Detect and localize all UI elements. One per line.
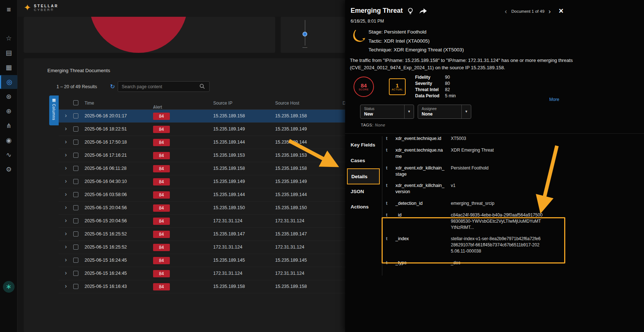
field-value: XDR Emerging Threat <box>451 147 543 153</box>
lightbulb-icon[interactable] <box>407 8 414 15</box>
status-dropdown[interactable]: Status New ▼ <box>360 105 414 119</box>
tab-details[interactable]: Details <box>347 168 380 184</box>
tab-key-fields[interactable]: Key Fields <box>351 142 375 148</box>
network-analysis-icon[interactable]: ⋔ <box>0 119 17 133</box>
tab-json[interactable]: JSON <box>351 189 364 194</box>
field-key: _detection_id <box>395 200 446 207</box>
field-type-icon: t <box>386 165 391 171</box>
row-checkbox[interactable] <box>73 153 78 158</box>
results-count: 1 – 20 of 49 Results <box>56 84 97 89</box>
favorites-icon[interactable]: ☆ <box>0 31 17 45</box>
next-document-icon[interactable]: › <box>549 8 551 15</box>
metrics-list: Fidelity90 Severity80 Threat Intel82 Dat… <box>415 75 456 98</box>
table-row[interactable]: › 2025-06-15 16:16:43 84 15.235.189.158 … <box>59 280 345 293</box>
field-value: c84ac24f-9835-4ebe-b40a-29f0aaf564a91750… <box>451 212 543 230</box>
row-expand-icon[interactable]: › <box>65 230 67 237</box>
row-checkbox[interactable] <box>73 205 78 210</box>
field-type-icon: t <box>386 183 391 188</box>
table-row[interactable]: › 2025-06-15 20:04:56 84 15.235.189.150 … <box>59 202 345 215</box>
row-checkbox[interactable] <box>73 284 78 289</box>
threat-hunting-icon[interactable]: ⊛ <box>0 90 17 103</box>
alert-score-badge: 84 <box>153 283 170 290</box>
row-checkbox[interactable] <box>73 126 78 132</box>
cell-time: 2025-06-16 06:11:28 <box>85 166 126 171</box>
columns-button-label: Columns <box>52 104 56 120</box>
table-row[interactable]: › 2025-06-16 04:30:10 84 15.235.189.149 … <box>59 175 345 188</box>
field-type-icon: t <box>386 212 391 218</box>
col-header-partial[interactable]: D <box>343 101 345 106</box>
row-expand-icon[interactable]: › <box>65 138 67 145</box>
select-all-checkbox[interactable] <box>73 100 78 105</box>
cell-source-host: 15.235.189.149 <box>275 179 307 184</box>
prev-document-icon[interactable]: ‹ <box>505 8 507 15</box>
cell-time: 2025-06-16 04:30:10 <box>85 179 127 184</box>
tab-actions[interactable]: Actions <box>351 204 369 210</box>
table-row[interactable]: › 2025-06-16 17:16:21 84 15.235.189.153 … <box>59 149 345 162</box>
table-row[interactable]: › 2025-06-16 17:50:18 84 15.235.189.144 … <box>59 136 345 149</box>
table-row[interactable]: › 2025-06-15 20:04:56 84 172.31.31.124 1… <box>59 215 345 228</box>
documents-card: Emerging Threat Documents 1 – 20 of 49 R… <box>24 58 345 332</box>
more-link[interactable]: More <box>549 97 559 102</box>
field-key: _type <box>395 260 446 266</box>
reports-icon[interactable]: ∿ <box>0 148 17 162</box>
alert-score-badge: 84 <box>153 231 170 238</box>
cell-source-host: 15.235.189.158 <box>275 113 307 118</box>
row-checkbox[interactable] <box>73 192 78 197</box>
share-arrow-icon[interactable] <box>419 8 428 15</box>
hamburger-menu-icon[interactable]: ≡ <box>0 4 17 15</box>
table-row[interactable]: › 2025-06-16 06:11:28 84 15.235.189.158 … <box>59 162 345 175</box>
row-checkbox[interactable] <box>73 218 78 223</box>
automation-icon[interactable]: ◉ <box>0 133 17 147</box>
table-row[interactable]: › 2025-06-15 16:25:52 84 172.31.31.124 1… <box>59 241 345 254</box>
table-row[interactable]: › 2025-06-15 16:24:45 84 172.31.31.124 1… <box>59 267 345 280</box>
row-expand-icon[interactable]: › <box>65 283 67 289</box>
col-header-source-ip[interactable]: Source IP <box>213 101 233 106</box>
table-row[interactable]: › 2025-06-16 18:22:51 84 15.235.189.149 … <box>59 123 345 136</box>
row-checkbox[interactable] <box>73 113 78 118</box>
col-header-time[interactable]: Time <box>85 101 94 106</box>
table-row[interactable]: › 2025-06-15 16:24:45 84 15.235.189.145 … <box>59 254 345 267</box>
alert-score-badge: 84 <box>153 270 170 277</box>
row-expand-icon[interactable]: › <box>65 165 67 171</box>
row-checkbox[interactable] <box>73 166 78 171</box>
row-expand-icon[interactable]: › <box>65 204 67 211</box>
vertical-slider-knob[interactable] <box>303 32 307 36</box>
row-expand-icon[interactable]: › <box>65 270 67 276</box>
settings-gear-icon[interactable]: ⚙ <box>0 163 17 176</box>
search-input[interactable] <box>118 81 210 92</box>
row-expand-icon[interactable]: › <box>65 178 67 184</box>
table-row[interactable]: › 2025-06-16 20:01:17 84 15.235.189.158 … <box>59 110 345 123</box>
row-expand-icon[interactable]: › <box>65 112 67 119</box>
columns-button[interactable]: ▦ Columns <box>49 95 59 125</box>
assistant-icon[interactable]: ∗ <box>3 281 15 293</box>
table-row[interactable]: › 2025-06-15 16:25:52 84 15.235.189.147 … <box>59 228 345 241</box>
cases-icon[interactable]: ▦ <box>0 60 17 74</box>
field-type-icon: t <box>386 236 391 242</box>
cell-time: 2025-06-15 16:25:52 <box>85 245 127 250</box>
incidents-icon[interactable]: ⊕ <box>0 104 17 118</box>
detections-icon[interactable]: ◎ <box>0 75 17 89</box>
row-expand-icon[interactable]: › <box>65 125 67 132</box>
col-header-source-host[interactable]: Source Host <box>275 101 299 106</box>
row-checkbox[interactable] <box>73 258 78 263</box>
cell-time: 2025-06-15 16:24:45 <box>85 258 127 263</box>
field-key: xdr_event.technique.name <box>395 147 446 160</box>
row-expand-icon[interactable]: › <box>65 152 67 158</box>
dashboards-icon[interactable]: ▤ <box>0 46 17 60</box>
row-expand-icon[interactable]: › <box>65 191 67 198</box>
row-checkbox[interactable] <box>73 271 78 276</box>
tab-cases[interactable]: Cases <box>351 158 365 163</box>
row-expand-icon[interactable]: › <box>65 243 67 250</box>
close-panel-icon[interactable]: × <box>559 6 563 16</box>
cell-source-host: 15.235.189.153 <box>275 153 307 158</box>
cell-source-ip: 172.31.31.124 <box>213 271 242 276</box>
table-row[interactable]: › 2025-06-16 03:58:06 84 15.235.189.144 … <box>59 188 345 202</box>
row-expand-icon[interactable]: › <box>65 257 67 263</box>
refresh-icon[interactable]: ↻ <box>110 83 115 90</box>
assignee-dropdown[interactable]: Assignee None ▼ <box>418 105 471 119</box>
row-checkbox[interactable] <box>73 140 78 145</box>
row-expand-icon[interactable]: › <box>65 217 67 224</box>
row-checkbox[interactable] <box>73 245 78 250</box>
row-checkbox[interactable] <box>73 231 78 237</box>
row-checkbox[interactable] <box>73 179 78 184</box>
